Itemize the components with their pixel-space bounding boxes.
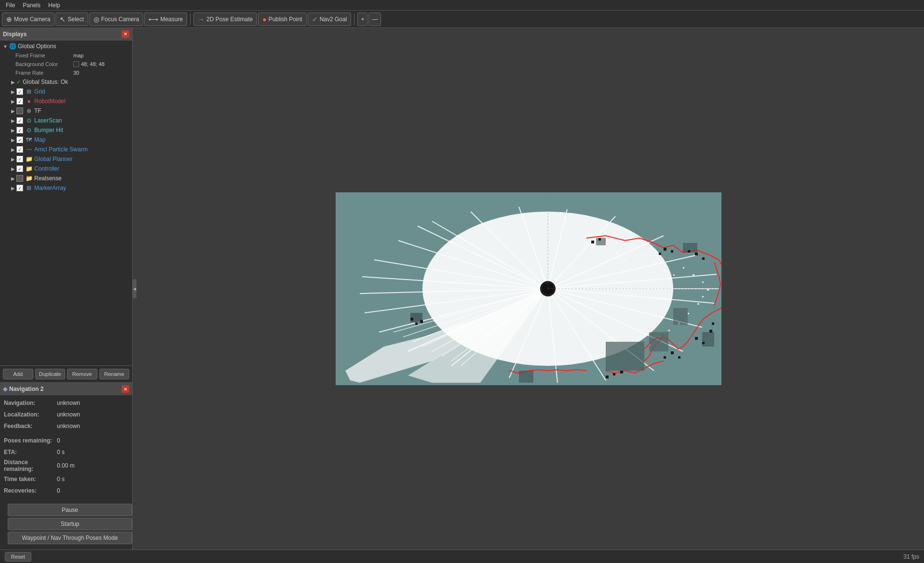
duplicate-display-btn[interactable]: Duplicate: [35, 369, 66, 379]
expand-robotmodel-icon[interactable]: ▶: [10, 98, 16, 105]
pause-btn[interactable]: Pause: [8, 504, 132, 516]
tree-item-global-planner[interactable]: ▶ ✓ 📁 Global Planner: [0, 154, 132, 164]
tree-item-realsense[interactable]: ▶ 📁 Realsense: [0, 174, 132, 183]
tree-item-laserscan[interactable]: ▶ ✓ ⊙ LaserScan: [0, 116, 132, 125]
expand-map-icon[interactable]: ▶: [10, 136, 16, 143]
expand-global-status-icon[interactable]: ▶: [10, 79, 16, 85]
tree-item-tf[interactable]: ▶ ⊗ TF: [0, 106, 132, 116]
tree-item-robotmodel[interactable]: ▶ ✓ ● RobotModel: [0, 96, 132, 106]
expand-global-options-icon[interactable]: ▼: [2, 43, 9, 50]
svg-rect-37: [603, 245, 605, 247]
move-camera-btn[interactable]: ⊕ Move Camera: [2, 13, 54, 26]
map-canvas: [336, 192, 721, 385]
startup-btn[interactable]: Startup: [8, 518, 132, 530]
expand-laserscan-icon[interactable]: ▶: [10, 117, 16, 124]
nav-row-recoveries: Recoveries: 0: [4, 486, 128, 496]
publish-point-btn[interactable]: ● Publish Point: [258, 13, 307, 26]
viewport[interactable]: ◀: [133, 28, 924, 550]
marker-array-checkbox[interactable]: ✓: [16, 185, 23, 191]
bg-color-prop-value: 48; 48; 48: [73, 61, 130, 67]
tree-item-controller[interactable]: ▶ ✓ 📁 Controller: [0, 164, 132, 174]
menu-file[interactable]: File: [2, 1, 19, 10]
rename-display-btn[interactable]: Rename: [99, 369, 130, 379]
add-display-btn[interactable]: Add: [3, 369, 33, 379]
controller-checkbox[interactable]: ✓: [16, 165, 23, 172]
expand-realsense-icon[interactable]: ▶: [10, 175, 16, 182]
grid-checkbox[interactable]: ✓: [16, 88, 23, 95]
nav-poses-remaining-value: 0: [57, 437, 128, 444]
remove-tool-btn[interactable]: —: [368, 13, 381, 26]
pose-estimate-btn[interactable]: → 2D Pose Estimate: [193, 13, 257, 26]
global-planner-checkbox[interactable]: ✓: [16, 156, 23, 162]
tree-item-map[interactable]: ▶ ✓ 🗺 Map: [0, 135, 132, 145]
nav2-goal-btn[interactable]: ✓ Nav2 Goal: [308, 13, 352, 26]
nav-poses-remaining-label: Poses remaining:: [4, 437, 57, 444]
tree-prop-frame-rate[interactable]: Frame Rate 30: [0, 68, 132, 77]
reset-btn[interactable]: Reset: [5, 552, 31, 562]
laserscan-icon: ⊙: [25, 117, 33, 124]
svg-rect-84: [420, 320, 423, 323]
marker-array-icon: ⊞: [25, 184, 33, 192]
select-btn[interactable]: ↖ Select: [55, 13, 88, 26]
svg-rect-81: [702, 257, 705, 260]
measure-btn[interactable]: ⟷ Measure: [144, 13, 187, 26]
amcl-checkbox[interactable]: ✓: [16, 146, 23, 153]
add-tool-btn[interactable]: +: [357, 13, 367, 26]
svg-rect-43: [664, 269, 666, 271]
svg-rect-42: [654, 262, 655, 264]
svg-rect-66: [620, 371, 623, 374]
svg-rect-69: [678, 356, 680, 359]
realsense-checkbox[interactable]: [16, 175, 23, 182]
remove-display-btn[interactable]: Remove: [67, 369, 97, 379]
global-status-checkmark: ✓: [16, 79, 21, 85]
tree-item-global-options[interactable]: ▼ 🌐 Global Options: [0, 41, 132, 51]
expand-global-planner-icon[interactable]: ▶: [10, 156, 16, 162]
bumper-hit-checkbox[interactable]: ✓: [16, 127, 23, 134]
focus-camera-icon: ◎: [94, 15, 99, 23]
tree-prop-fixed-frame[interactable]: Fixed Frame map: [0, 51, 132, 60]
robotmodel-checkbox[interactable]: ✓: [16, 98, 23, 105]
bg-color-value-text: 48; 48; 48: [81, 61, 105, 67]
statusbar-left: Reset: [5, 552, 31, 562]
select-label: Select: [68, 16, 83, 23]
nav-distance-value: 0.00 m: [57, 462, 128, 469]
waypoint-btn[interactable]: Waypoint / Nav Through Poses Mode: [8, 532, 132, 544]
displays-panel-title: Displays: [3, 31, 27, 38]
nav-time-taken-label: Time taken:: [4, 476, 57, 483]
expand-amcl-icon[interactable]: ▶: [10, 146, 16, 153]
tree-item-grid[interactable]: ▶ ✓ ⊞ Grid: [0, 87, 132, 96]
displays-close-btn[interactable]: ✕: [122, 30, 129, 38]
pose-estimate-label: 2D Pose Estimate: [206, 16, 253, 23]
focus-camera-label: Focus Camera: [101, 16, 139, 23]
nav-close-btn[interactable]: ✕: [122, 385, 129, 393]
nav-recoveries-label: Recoveries:: [4, 487, 57, 494]
expand-grid-icon[interactable]: ▶: [10, 88, 16, 95]
bumper-hit-icon: ⊙: [25, 126, 33, 134]
laserscan-checkbox[interactable]: ✓: [16, 117, 23, 124]
expand-marker-array-icon[interactable]: ▶: [10, 185, 16, 191]
nav-panel-icon: ◈: [3, 386, 7, 392]
tree-item-bumper-hit[interactable]: ▶ ✓ ⊙ Bumper Hit: [0, 125, 132, 135]
menu-panels[interactable]: Panels: [19, 1, 44, 10]
tree-item-amcl[interactable]: ▶ ✓ ⋯ Amcl Particle Swarm: [0, 145, 132, 154]
grid-icon: ⊞: [25, 88, 33, 95]
collapse-left-handle[interactable]: ◀: [133, 279, 136, 298]
nav-panel-header: ◈ Navigation 2 ✕: [0, 383, 132, 395]
nav-buttons-section: Pause Startup Waypoint / Nav Through Pos…: [0, 500, 132, 550]
nav-row-distance: Distance remaining: 0.00 m: [4, 459, 128, 472]
global-status-label: Global Status: Ok: [23, 79, 130, 85]
expand-controller-icon[interactable]: ▶: [10, 165, 16, 172]
map-checkbox[interactable]: ✓: [16, 136, 23, 143]
menu-help[interactable]: Help: [44, 1, 64, 10]
svg-rect-44: [673, 274, 675, 276]
tf-label: TF: [34, 107, 130, 114]
tree-item-marker-array[interactable]: ▶ ✓ ⊞ MarkerArray: [0, 183, 132, 193]
expand-tf-icon[interactable]: ▶: [10, 107, 16, 114]
tf-checkbox[interactable]: [16, 107, 23, 114]
expand-bumper-hit-icon[interactable]: ▶: [10, 127, 16, 134]
nav-panel-title-text: Navigation 2: [9, 386, 43, 392]
focus-camera-btn[interactable]: ◎ Focus Camera: [89, 13, 144, 26]
tree-item-global-status[interactable]: ▶ ✓ Global Status: Ok: [0, 77, 132, 87]
svg-rect-46: [693, 274, 694, 276]
tree-prop-bg-color[interactable]: Background Color 48; 48; 48: [0, 60, 132, 68]
